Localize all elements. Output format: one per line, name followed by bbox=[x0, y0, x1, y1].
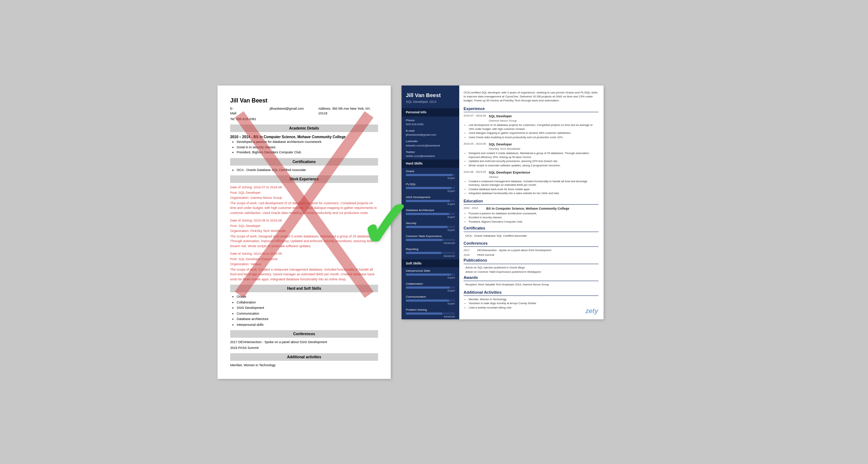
hard-skills-bars: Oracle Expert PL/SQL Expert SSIS Develop… bbox=[402, 168, 459, 259]
cert-section-title: Certificates bbox=[464, 226, 599, 232]
skill-bar-item: SSIS Development Expert bbox=[402, 194, 459, 207]
exp-dates: 2014-06 - 2015-05 bbox=[464, 170, 486, 174]
list-item: Volunteer to walk dogs monthly at Arroyo… bbox=[469, 302, 599, 306]
exp-bullets: Designed and created 3 onsite databases.… bbox=[464, 152, 599, 167]
work-entry-2: Date of Joining: 2015-05 to 2016-06 Post… bbox=[230, 218, 378, 249]
list-item: Great in in security classes. bbox=[237, 145, 378, 150]
exp-section-title: Experience bbox=[464, 106, 599, 112]
skill-bar-item: Reporting Advanced bbox=[402, 246, 459, 259]
exp-dates: 2015-05 - 2016-06 bbox=[464, 142, 486, 146]
pub-section-title: Publications bbox=[464, 258, 599, 264]
skill-bar-item: Problem Solving Advanced bbox=[402, 306, 459, 319]
skill-bar-bg bbox=[406, 312, 455, 315]
skill-level: Advanced bbox=[406, 315, 455, 319]
skill-bar-fill bbox=[406, 299, 449, 302]
skill-bar-bg bbox=[406, 213, 455, 215]
email-label: E-Mail: bbox=[230, 106, 240, 116]
zety-watermark: zety bbox=[586, 307, 598, 316]
phone-item: Phone 505-918-0381 bbox=[402, 117, 459, 127]
list-item: Excelled in security classes. bbox=[469, 216, 599, 220]
skill-bar-item: Common Table Expressions Advanced bbox=[402, 233, 459, 246]
skill-name: Reporting bbox=[406, 247, 455, 251]
sidebar: Jill Van Beest SQL Developer, OCA Person… bbox=[402, 86, 459, 320]
list-item: Integrated database functionality into a… bbox=[469, 192, 599, 196]
skill-bar-fill bbox=[406, 312, 442, 315]
conf-right-entry: 2017 DEVintersection - Spoke on a panel … bbox=[464, 249, 599, 253]
pub-entries: Article on SQL injection published in Or… bbox=[464, 266, 599, 274]
contact-row: E-Mail: jillvanbeest@gmail.com Address: … bbox=[230, 106, 378, 116]
skill-bar-bg bbox=[406, 252, 455, 254]
left-resume: Jill Van Beest E-Mail: jillvanbeest@gmai… bbox=[218, 86, 391, 379]
exp-entries: 2016-07 - 2018-08 SQL Developer Gamma Ne… bbox=[464, 114, 599, 195]
right-title: SQL Developer, OCA bbox=[406, 100, 455, 104]
list-item: Lead a weekly mountain biking club bbox=[469, 306, 599, 310]
skill-level: Expert bbox=[406, 276, 455, 280]
skill-name: Problem Solving bbox=[406, 308, 455, 312]
awards-section-title: Awards bbox=[464, 275, 599, 281]
skill-bar-item: Collaboration Expert bbox=[402, 280, 459, 293]
list-item: Developed a passion for database archite… bbox=[237, 140, 378, 145]
skill-level: Expert bbox=[406, 215, 455, 219]
skill-bar-fill bbox=[406, 226, 448, 228]
left-tel: 505-918-0381 bbox=[236, 117, 257, 121]
left-name: Jill Van Beest bbox=[230, 96, 378, 105]
twitter-item: Twitter twitter.com/jillvanbeest bbox=[402, 148, 459, 159]
pub-entry: Article on SQL injection published in Or… bbox=[464, 266, 599, 270]
conf-entries: 2017 DEVintersection - Spoke on a panel … bbox=[464, 249, 599, 257]
exp-dates: 2016-07 - 2018-08 bbox=[464, 114, 486, 118]
list-item: Communication bbox=[237, 311, 378, 316]
list-item: Designed and created 3 onsite databases.… bbox=[469, 152, 599, 159]
soft-skills-header: Soft Skills bbox=[402, 259, 459, 268]
addact-right-list: Member, Women in TechnologyVolunteer to … bbox=[464, 298, 599, 310]
addact-section-title: Additional Activities bbox=[464, 290, 599, 296]
cert-header: Certifications bbox=[230, 158, 378, 166]
skill-name: Security bbox=[406, 221, 455, 225]
skill-bar-fill bbox=[406, 187, 451, 189]
list-item: Collaboration bbox=[237, 300, 378, 305]
skill-bar-bg bbox=[406, 299, 455, 302]
skill-name: PL/SQL bbox=[406, 182, 455, 186]
list-item: President, Bighorn Decoders Computer Clu… bbox=[469, 220, 599, 224]
exp-bullets: Created a restaurant management database… bbox=[464, 180, 599, 196]
work-header: Work Experience bbox=[230, 175, 378, 183]
list-item: Created a restaurant management database… bbox=[469, 180, 599, 187]
skill-bar-bg bbox=[406, 174, 455, 176]
skill-name: Communication bbox=[406, 295, 455, 299]
right-name: Jill Van Beest bbox=[406, 92, 455, 99]
skill-level: Advanced bbox=[406, 241, 455, 245]
skill-bar-item: Oracle Expert bbox=[402, 168, 459, 181]
exp-entry: 2014-06 - 2015-05 SQL Developer Experien… bbox=[464, 170, 599, 196]
skill-level: Expert bbox=[406, 289, 455, 293]
skill-level: Expert bbox=[406, 176, 455, 180]
sidebar-header: Jill Van Beest SQL Developer, OCA bbox=[402, 86, 459, 108]
exp-entry: 2016-07 - 2018-08 SQL Developer Gamma Ne… bbox=[464, 114, 599, 139]
exp-company: Various bbox=[489, 175, 530, 179]
skill-name: Interpersonal Skills bbox=[406, 269, 455, 273]
exp-entry: 2015-05 - 2016-06 SQL Developer PinkSky … bbox=[464, 142, 599, 167]
skill-name: SSIS Development bbox=[406, 195, 455, 199]
left-email: jillvanbeest@gmail.com bbox=[269, 106, 304, 116]
list-item: SSIS Development bbox=[237, 306, 378, 311]
list-item: Interpersonal skills bbox=[237, 323, 378, 328]
list-item: Oracle bbox=[237, 294, 378, 299]
conf-header: Conferences bbox=[230, 330, 378, 338]
tel-label: Tel: bbox=[230, 117, 235, 121]
edu-section-title: Education bbox=[464, 198, 599, 205]
skill-bar-item: Database Architecture Expert bbox=[402, 207, 459, 220]
edu-right-dates: 2010 - 2014 bbox=[464, 206, 483, 211]
academic-header: Academic Details bbox=[230, 124, 378, 132]
skill-bar-fill bbox=[406, 200, 450, 202]
skill-bar-fill bbox=[406, 273, 451, 276]
personal-info-header: Personal Info bbox=[402, 108, 459, 117]
pub-entry: Article on Common Table Expressions publ… bbox=[464, 270, 599, 274]
skill-name: Database Architecture bbox=[406, 208, 455, 212]
skill-bar-bg bbox=[406, 286, 455, 289]
conf-year: 2017 bbox=[464, 249, 474, 253]
conf-entry-2: 2016 PASS Summit bbox=[230, 346, 378, 351]
cert-right-text: OCA - Oracle Database SQL Certified Asso… bbox=[464, 234, 599, 238]
skills-list: Oracle Collaboration SSIS Development Co… bbox=[230, 294, 378, 327]
skill-bar-item: Communication Expert bbox=[402, 293, 459, 306]
conf-text: DEVintersection - Spoke on a panel about… bbox=[477, 249, 551, 253]
summary: OCA certified SQL developer with 3 years… bbox=[464, 91, 599, 103]
work-entry-1: Date of Joining: 2016-07 to 2018-08 Post… bbox=[230, 185, 378, 215]
